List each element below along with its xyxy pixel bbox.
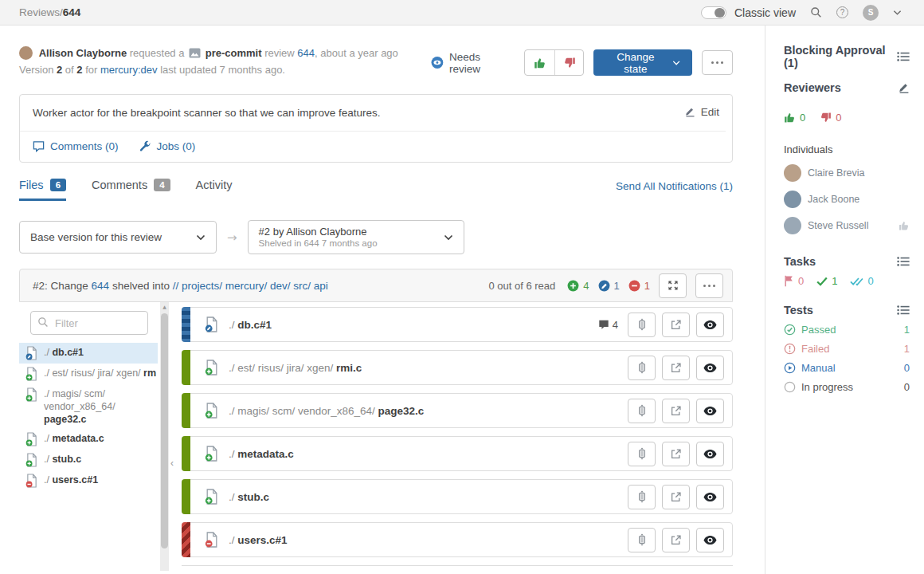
jobs-link-label: Jobs (0) (157, 140, 196, 152)
edit-pencil-icon (684, 105, 695, 118)
file-tree: ./ db.c#1 ./ est/ risus/ jira/ xgen/ rmi… (19, 343, 158, 491)
mark-read-button[interactable] (696, 442, 724, 466)
change-type-strip-add (182, 393, 190, 428)
base-version-label: Base version for this review (30, 231, 162, 243)
review-id-link[interactable]: 644 (297, 47, 315, 59)
thumbs-down-icon (563, 57, 576, 69)
tree-collapse-handle[interactable]: ‹ (170, 458, 174, 469)
reviewer-row[interactable]: Steve Russell (784, 217, 910, 234)
open-new-window-button[interactable] (662, 528, 690, 552)
topbar: Reviews/644 Classic view ? S (0, 0, 924, 26)
breadcrumb-section[interactable]: Reviews/ (19, 6, 63, 18)
review-status-badge: Needs review (431, 51, 510, 75)
tab-comments[interactable]: Comments 4 (92, 179, 170, 201)
tree-item[interactable]: ./ users.c#1 (19, 470, 158, 491)
edit-description-link[interactable]: Edit (684, 105, 719, 118)
version-selectors: Base version for this review → #2 by All… (19, 220, 733, 254)
scrollbar-thumb[interactable] (161, 313, 168, 548)
change-id-link[interactable]: 644 (92, 280, 110, 292)
classic-view-toggle[interactable] (701, 6, 726, 19)
individuals-label: Individuals (784, 144, 910, 155)
reviewer-row[interactable]: Claire Brevia (784, 164, 910, 182)
comments-link-label: Comments (0) (50, 140, 119, 152)
review-summary: Allison Clayborne requested a pre-commit… (19, 45, 431, 78)
file-add-icon (25, 453, 38, 467)
list-icon[interactable] (897, 257, 910, 266)
help-icon[interactable]: ? (836, 6, 848, 18)
tree-scrollbar[interactable]: ▲ (160, 302, 169, 571)
tab-files[interactable]: Files 6 (19, 179, 66, 201)
files-more-button[interactable] (695, 273, 723, 298)
base-version-select[interactable]: Base version for this review (19, 221, 217, 254)
file-list: ./ db.c#1 4 ./ est/ risus/ jira/ xgen/ r… (182, 302, 733, 571)
file-delete-icon (205, 532, 219, 548)
open-new-window-icon (670, 362, 682, 374)
open-new-window-button[interactable] (662, 399, 690, 423)
user-avatar[interactable]: S (863, 5, 879, 21)
test-status-count: 1 (904, 343, 910, 355)
collapse-expand-button[interactable] (628, 442, 656, 466)
tests-label: Tests (784, 304, 813, 316)
vote-up-button[interactable] (525, 50, 554, 75)
blocking-approval-section: Blocking Approval (1) (784, 44, 910, 69)
open-new-window-button[interactable] (662, 485, 690, 509)
file-row[interactable]: ./ est/ risus/ jira/ xgen/ rmi.c (182, 350, 733, 385)
open-new-window-button[interactable] (662, 313, 690, 337)
mark-read-button[interactable] (696, 485, 724, 509)
mark-read-button[interactable] (696, 399, 724, 423)
version-number: 2 (57, 64, 62, 76)
collapse-expand-button[interactable] (628, 399, 656, 423)
collapse-expand-button[interactable] (628, 356, 656, 380)
comments-link[interactable]: Comments (0) (33, 140, 119, 152)
fullscreen-button[interactable] (659, 273, 687, 298)
open-new-window-button[interactable] (662, 442, 690, 466)
change-type-strip-add (182, 479, 190, 514)
review-more-button[interactable] (702, 50, 733, 75)
tree-item[interactable]: ./ est/ risus/ jira/ xgen/ rmi. (19, 364, 158, 384)
collapse-expand-button[interactable] (628, 528, 656, 552)
search-icon[interactable] (810, 6, 822, 18)
tab-activity[interactable]: Activity (196, 179, 233, 201)
test-status-label: In progress (801, 381, 853, 393)
tree-item[interactable]: ./ stub.c (19, 450, 158, 470)
project-branch-link[interactable]: mercury:dev (100, 64, 158, 76)
of-word: of (65, 64, 74, 76)
scrollbar-up-arrow-icon[interactable]: ▲ (160, 304, 169, 309)
open-new-window-button[interactable] (662, 356, 690, 380)
needs-review-icon (431, 56, 444, 69)
comment-bubble-icon (598, 319, 609, 330)
tree-item[interactable]: ./ magis/ scm/vendor_x86_64/ page32.c (19, 384, 158, 429)
mark-read-button[interactable] (696, 313, 724, 337)
file-row[interactable]: ./ magis/ scm/ vendor_x86_64/ page32.c (182, 393, 733, 428)
mark-read-button[interactable] (696, 356, 724, 380)
collapse-expand-button[interactable] (628, 313, 656, 337)
open-new-window-icon (670, 448, 682, 460)
depot-path-link[interactable]: // projects/ mercury/ dev/ src/ api (173, 280, 328, 292)
jobs-link[interactable]: Jobs (0) (139, 140, 196, 152)
list-icon[interactable] (897, 305, 910, 315)
edit-reviewers-icon[interactable] (898, 81, 910, 94)
file-row[interactable]: ./ db.c#1 4 (182, 307, 733, 342)
pre-commit-icon (189, 48, 201, 58)
description-text: Worker actor for the breakpoint scanner … (20, 95, 732, 119)
change-type-strip-add (182, 436, 190, 471)
tree-item[interactable]: ./ metadata.c (19, 429, 158, 450)
file-row[interactable]: ./ stub.c (182, 479, 733, 514)
upvote-count: 0 (784, 112, 805, 124)
send-all-notifications-link[interactable]: Send All Notifications (1) (616, 180, 733, 199)
eye-icon (703, 406, 717, 416)
collapse-expand-button[interactable] (628, 485, 656, 509)
reviewer-row[interactable]: Jack Boone (784, 191, 910, 208)
file-row[interactable]: ./ metadata.c (182, 436, 733, 471)
check-icon (816, 277, 828, 286)
target-version-select[interactable]: #2 by Allison Clayborne Shelved in 644 7… (248, 220, 464, 254)
author-name: Allison Clayborne (39, 47, 127, 59)
list-icon[interactable] (897, 52, 910, 61)
mark-read-button[interactable] (696, 528, 724, 552)
change-state-label: Change state (605, 51, 665, 75)
tree-item[interactable]: ./ db.c#1 (19, 343, 158, 364)
file-row[interactable]: ./ users.c#1 (182, 522, 733, 557)
change-state-button[interactable]: Change state (593, 49, 692, 76)
vote-down-button[interactable] (554, 50, 584, 75)
user-menu-chevron-icon[interactable] (893, 10, 902, 16)
